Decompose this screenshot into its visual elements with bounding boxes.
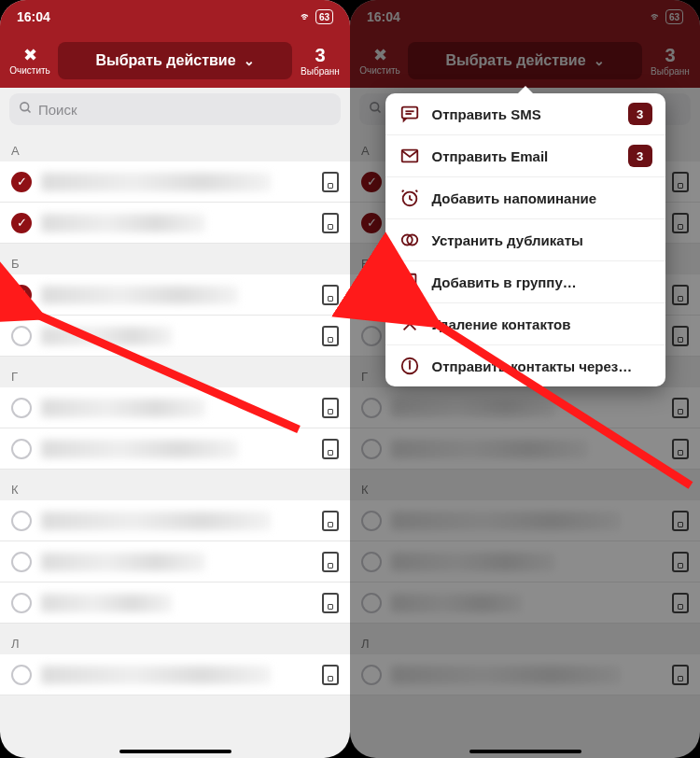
contact-name-blurred: [41, 553, 205, 571]
phone-icon: [672, 285, 689, 305]
phone-icon: [672, 593, 689, 613]
popup-item-label: Отправить контакты через…: [432, 358, 652, 374]
select-checkbox[interactable]: [11, 552, 32, 572]
contact-row[interactable]: [0, 541, 350, 583]
close-icon: ✖: [23, 47, 37, 63]
section-header: К: [0, 470, 350, 500]
selected-count-button[interactable]: 3 Выбранн: [298, 46, 343, 77]
contact-name-blurred: [41, 512, 271, 530]
select-checkbox[interactable]: [11, 665, 32, 685]
select-checkbox[interactable]: ✓: [11, 172, 32, 192]
select-checkbox[interactable]: [11, 326, 32, 346]
select-checkbox[interactable]: ✓: [361, 213, 382, 233]
screenshot-left: 16:04 ᯤ 63 ✖ Очистить Выбрать действие ⌄…: [0, 0, 350, 758]
phone-icon: [672, 326, 689, 346]
popup-item-label: Отправить SMS: [432, 106, 617, 122]
select-checkbox[interactable]: ✓: [361, 172, 382, 192]
chevron-down-icon: ⌄: [594, 53, 605, 68]
action-label: Выбрать действие: [95, 52, 235, 69]
select-checkbox[interactable]: [11, 439, 32, 459]
contact-list[interactable]: А✓✓Б✓ГКЛ: [0, 131, 350, 695]
status-bar: 16:04 ᯤ 63: [0, 0, 350, 34]
select-checkbox[interactable]: [11, 511, 32, 531]
contact-row[interactable]: [0, 428, 350, 470]
section-header: Г: [0, 357, 350, 387]
selected-label: Выбранн: [651, 66, 690, 77]
status-time: 16:04: [367, 9, 400, 24]
section-header: Л: [0, 624, 350, 654]
clear-button[interactable]: ✖ Очистить: [7, 47, 52, 76]
phone-icon: [672, 439, 689, 459]
contact-row[interactable]: [350, 387, 700, 428]
popup-item-label: Отправить Email: [432, 148, 617, 164]
contact-row[interactable]: [350, 654, 700, 695]
contact-row[interactable]: ✓: [0, 161, 350, 203]
popup-item-group[interactable]: Добавить в группу…: [385, 261, 665, 303]
select-checkbox[interactable]: [361, 439, 382, 459]
contact-row[interactable]: [350, 428, 700, 470]
section-header: А: [0, 131, 350, 161]
contact-name-blurred: [391, 512, 621, 530]
select-checkbox[interactable]: ✓: [11, 285, 32, 305]
contact-row[interactable]: [350, 500, 700, 541]
popup-item-label: Добавить в группу…: [432, 274, 652, 290]
contact-name-blurred: [41, 214, 205, 232]
select-checkbox[interactable]: [361, 511, 382, 531]
select-checkbox[interactable]: [361, 398, 382, 418]
popup-badge: 3: [628, 103, 652, 125]
contact-name-blurred: [391, 553, 555, 571]
phone-icon: [322, 172, 339, 192]
phone-icon: [672, 213, 689, 233]
status-bar: 16:04 ᯤ 63: [350, 0, 700, 34]
phone-icon: [322, 665, 339, 685]
popup-item-sms[interactable]: Отправить SMS3: [385, 93, 665, 135]
popup-item-delete[interactable]: Удаление контактов: [385, 303, 665, 345]
svg-point-18: [409, 361, 410, 362]
popup-item-share[interactable]: Отправить контакты через…: [385, 345, 665, 386]
select-checkbox[interactable]: ✓: [361, 285, 382, 305]
group-icon: [399, 271, 421, 293]
clear-button[interactable]: ✖ Очистить: [357, 47, 402, 76]
contact-name-blurred: [41, 440, 238, 458]
clear-label: Очистить: [359, 65, 400, 76]
select-checkbox[interactable]: [11, 593, 32, 613]
select-checkbox[interactable]: [11, 398, 32, 418]
popup-item-label: Удаление контактов: [432, 316, 652, 332]
choose-action-button[interactable]: Выбрать действие ⌄: [408, 42, 642, 79]
popup-item-email[interactable]: Отправить Email3: [385, 135, 665, 177]
contact-row[interactable]: ✓: [0, 274, 350, 316]
contact-row[interactable]: ✓: [0, 203, 350, 244]
contact-name-blurred: [41, 327, 172, 345]
contact-row[interactable]: [0, 500, 350, 541]
popup-item-label: Устранить дубликаты: [432, 232, 652, 248]
select-checkbox[interactable]: [361, 593, 382, 613]
select-checkbox[interactable]: [361, 326, 382, 346]
selected-count: 3: [665, 46, 675, 64]
popup-item-reminder[interactable]: Добавить напоминание: [385, 177, 665, 219]
selected-count-button[interactable]: 3 Выбранн: [648, 46, 693, 77]
contact-name-blurred: [41, 666, 271, 684]
search-icon: [19, 101, 33, 118]
select-checkbox[interactable]: ✓: [11, 213, 32, 233]
app-header: ✖ Очистить Выбрать действие ⌄ 3 Выбранн: [350, 34, 700, 88]
search-input[interactable]: Поиск: [9, 93, 341, 125]
battery-icon: 63: [665, 9, 683, 24]
selected-label: Выбранн: [301, 66, 340, 77]
select-checkbox[interactable]: [361, 552, 382, 572]
contact-name-blurred: [391, 594, 522, 612]
contact-row[interactable]: [350, 583, 700, 624]
reminder-icon: [399, 187, 421, 209]
contact-row[interactable]: [0, 387, 350, 428]
contact-row[interactable]: [0, 316, 350, 357]
phone-icon: [672, 511, 689, 531]
popup-item-dup[interactable]: Устранить дубликаты: [385, 219, 665, 261]
choose-action-button[interactable]: Выбрать действие ⌄: [58, 42, 292, 79]
phone-icon: [322, 285, 339, 305]
select-checkbox[interactable]: [361, 665, 382, 685]
phone-icon: [322, 552, 339, 572]
svg-rect-5: [401, 107, 417, 119]
contact-name-blurred: [391, 440, 588, 458]
contact-row[interactable]: [0, 654, 350, 695]
contact-row[interactable]: [350, 541, 700, 583]
contact-row[interactable]: [0, 583, 350, 624]
